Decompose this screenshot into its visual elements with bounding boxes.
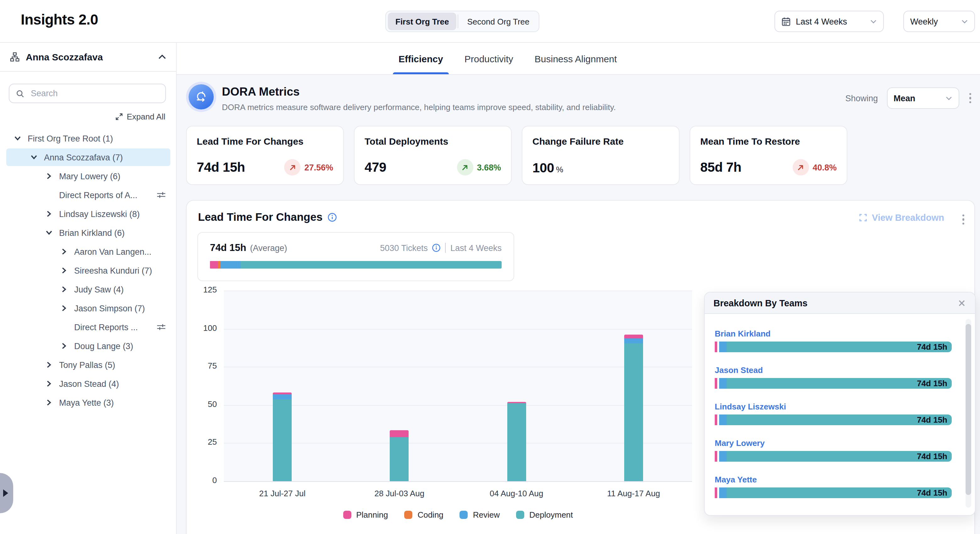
search-input[interactable] xyxy=(30,88,159,99)
chevron-right-icon[interactable] xyxy=(62,267,67,274)
bar-week-3[interactable] xyxy=(458,290,575,481)
bar-chart-plot xyxy=(224,290,692,481)
card-total-deployments[interactable]: Total Deployments 479 3.68% xyxy=(354,126,512,185)
card-mean-time-to-restore[interactable]: Mean Time To Restore 85d 7h 40.8% xyxy=(690,126,847,185)
dora-kebab-menu[interactable] xyxy=(968,91,972,106)
tree-item-label: Tony Pallas (5) xyxy=(59,360,115,370)
chevron-right-icon[interactable] xyxy=(46,173,51,179)
tree-item-mary-lowery[interactable]: Mary Lowery (6) xyxy=(0,167,177,185)
tree-item-label: Direct Reports of A... xyxy=(59,190,137,200)
x-tick: 04 Aug-10 Aug xyxy=(458,489,575,498)
period-label: Last 4 Weeks xyxy=(450,243,502,252)
chevron-right-icon[interactable] xyxy=(46,362,51,368)
chevron-up-icon[interactable] xyxy=(158,55,166,59)
tree-item-aaron-van-langen[interactable]: Aaron Van Langen... xyxy=(0,242,177,261)
chevron-right-icon[interactable] xyxy=(46,399,51,406)
team-link[interactable]: Lindsay Liszewski xyxy=(715,402,952,411)
tree-item-tony-pallas[interactable]: Tony Pallas (5) xyxy=(0,355,177,374)
scrollbar-thumb[interactable] xyxy=(966,324,971,495)
tree-item-direct-reports-anna[interactable]: Direct Reports of A... xyxy=(0,185,177,204)
filter-icon[interactable] xyxy=(156,191,166,199)
sidebar-search xyxy=(9,84,166,103)
chevron-down-icon[interactable] xyxy=(31,155,37,160)
team-link[interactable]: Brian Kirkland xyxy=(715,329,952,338)
chevron-down-icon[interactable] xyxy=(46,230,52,235)
sidebar-user-header[interactable]: Anna Scozzafava xyxy=(0,43,176,72)
expand-corners-icon xyxy=(859,213,867,222)
date-range-value: Last 4 Weeks xyxy=(796,17,847,26)
tree-item-jason-simpson[interactable]: Jason Simpson (7) xyxy=(0,299,177,318)
team-link[interactable]: Jason Stead xyxy=(715,365,952,375)
metric-delta: 27.56% xyxy=(284,159,333,175)
expand-all-button[interactable]: Expand All xyxy=(115,112,165,121)
chart-kebab-menu[interactable] xyxy=(961,212,966,227)
vertical-divider xyxy=(445,243,446,253)
tree-item-brian-kirkland[interactable]: Brian Kirkland (6) xyxy=(0,223,177,242)
team-bar-value: 74d 15h xyxy=(917,488,947,498)
main-area: Efficiency Productivity Business Alignme… xyxy=(177,43,980,534)
team-link[interactable]: Maya Yette xyxy=(715,475,952,484)
date-range-select[interactable]: Last 4 Weeks xyxy=(775,11,884,32)
legend-item-coding[interactable]: Coding xyxy=(404,510,443,520)
card-change-failure-rate[interactable]: Change Failure Rate 100% xyxy=(522,126,679,185)
metric-title: Mean Time To Restore xyxy=(700,136,837,147)
chevron-right-icon[interactable] xyxy=(46,211,51,217)
tree-item-judy-saw[interactable]: Judy Saw (4) xyxy=(0,280,177,299)
info-icon[interactable] xyxy=(432,244,441,252)
legend-label: Review xyxy=(473,510,500,520)
showing-select[interactable]: Mean xyxy=(887,88,959,109)
legend-swatch xyxy=(343,511,351,519)
tree-item-direct-reports-brian[interactable]: Direct Reports ... xyxy=(0,318,177,336)
tree-item-label: Direct Reports ... xyxy=(74,322,138,332)
legend-item-planning[interactable]: Planning xyxy=(343,510,388,520)
bar-week-2[interactable] xyxy=(341,290,458,481)
metric-title: Lead Time For Changes xyxy=(197,136,333,147)
chevron-down-icon[interactable] xyxy=(14,136,21,141)
view-breakdown-label: View Breakdown xyxy=(872,213,944,223)
tree-item-first-org-tree-root[interactable]: First Org Tree Root (1) xyxy=(0,129,177,148)
team-bar-value: 74d 15h xyxy=(917,414,947,425)
tab-efficiency[interactable]: Efficiency xyxy=(399,43,443,74)
legend-item-deployment[interactable]: Deployment xyxy=(516,510,573,520)
view-breakdown-button[interactable]: View Breakdown xyxy=(859,213,944,223)
tree-item-label: Judy Saw (4) xyxy=(74,285,124,294)
close-icon[interactable] xyxy=(958,298,966,307)
tree-item-doug-lange[interactable]: Doug Lange (3) xyxy=(0,336,177,355)
org-hierarchy-icon xyxy=(10,52,19,62)
legend-item-review[interactable]: Review xyxy=(460,510,500,520)
chevron-right-icon[interactable] xyxy=(62,343,67,349)
bar-week-4[interactable] xyxy=(575,290,692,481)
team-link[interactable]: Mary Lowery xyxy=(715,438,952,448)
metric-delta-value: 27.56% xyxy=(304,163,333,172)
team-bar: 74d 15h xyxy=(715,414,952,425)
breakdown-row-jason-stead: Jason Stead 74d 15h xyxy=(715,365,952,389)
tree-item-jason-stead[interactable]: Jason Stead (4) xyxy=(0,374,177,393)
efficiency-content: DORA Metrics DORA metrics measure softwa… xyxy=(177,75,980,534)
tree-item-maya-yette[interactable]: Maya Yette (3) xyxy=(0,393,177,412)
filter-icon[interactable] xyxy=(156,323,166,331)
tab-productivity[interactable]: Productivity xyxy=(465,43,513,74)
chevron-right-icon[interactable] xyxy=(62,286,67,292)
card-lead-time-for-changes[interactable]: Lead Time For Changes 74d 15h 27.56% xyxy=(186,126,344,185)
tree-item-sireesha-kunduri[interactable]: Sireesha Kunduri (7) xyxy=(0,261,177,280)
trend-up-icon xyxy=(792,159,809,175)
org-tree-toggle-first[interactable]: First Org Tree xyxy=(388,13,457,30)
legend-swatch xyxy=(516,511,524,519)
tree-item-anna-scozzafava[interactable]: Anna Scozzafava (7) xyxy=(0,148,177,167)
org-tree-toggle-second[interactable]: Second Org Tree xyxy=(460,13,537,30)
tree-item-label: Sireesha Kunduri (7) xyxy=(74,266,152,275)
breakdown-header: Breakdown By Teams xyxy=(705,292,975,314)
team-bar: 74d 15h xyxy=(715,451,952,462)
chevron-right-icon[interactable] xyxy=(46,381,51,387)
tree-item-lindsay-liszewski[interactable]: Lindsay Liszewski (8) xyxy=(0,204,177,223)
granularity-select[interactable]: Weekly xyxy=(903,11,975,32)
metric-value: 85d 7h xyxy=(700,160,741,175)
metric-delta-value: 40.8% xyxy=(813,163,837,172)
legend-swatch xyxy=(460,511,468,519)
chevron-right-icon[interactable] xyxy=(62,305,67,311)
info-icon[interactable] xyxy=(328,213,337,222)
chevron-right-icon[interactable] xyxy=(62,249,67,255)
tab-business-alignment[interactable]: Business Alignment xyxy=(535,43,617,74)
bar-week-1[interactable] xyxy=(224,290,341,481)
team-bar-value: 74d 15h xyxy=(917,451,947,462)
